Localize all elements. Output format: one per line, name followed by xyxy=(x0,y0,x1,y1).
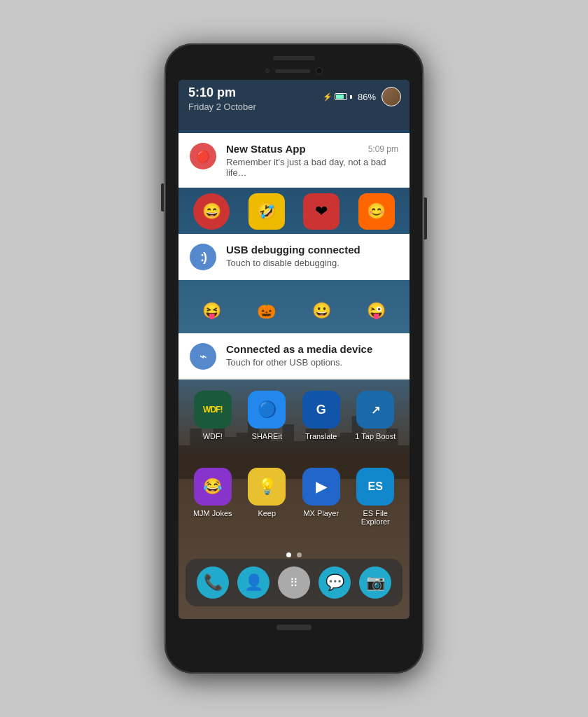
translate-label: Translate xyxy=(305,432,337,440)
app-mjm[interactable]: 😂 MJM Jokes xyxy=(188,468,238,526)
shareit-icon: 🔵 xyxy=(248,391,286,429)
bg-emoji-4: 😜 xyxy=(358,293,395,329)
notif-status-title: New Status App xyxy=(226,143,306,155)
dock-apps[interactable]: ⠿ xyxy=(278,566,310,599)
battery-body xyxy=(335,93,347,100)
notif-usb-icon: :) xyxy=(190,244,216,270)
wdf-label: WDF! xyxy=(203,432,223,440)
sensor xyxy=(316,67,323,74)
app-shareit[interactable]: 🔵 SHAREit xyxy=(241,391,292,440)
phone-icon: 📞 xyxy=(204,573,223,592)
wdf-icon: WDF! xyxy=(194,391,232,429)
notification-media-device[interactable]: ⌁ Connected as a media device Touch for … xyxy=(178,333,410,380)
es-label: ES File Explorer xyxy=(350,509,400,526)
mx-label: MX Player xyxy=(303,509,339,517)
side-button-right[interactable] xyxy=(424,197,427,239)
camera-icon: 📷 xyxy=(366,573,385,592)
app-mx[interactable]: ▶ MX Player xyxy=(296,468,346,526)
app-row-1: WDF! WDF! 🔵 SHAREit G Translate ↗ 1 Tap … xyxy=(178,385,410,446)
tapboost-icon: ↗ xyxy=(356,391,394,429)
bg-icon-1: 😄 xyxy=(193,193,230,230)
notif-media-title: Connected as a media device xyxy=(226,343,372,355)
es-icon: ES xyxy=(356,468,394,506)
earpiece xyxy=(275,69,310,73)
bg-app-icons: 😄 🤣 ❤ 😊 xyxy=(178,183,410,239)
dock: 📞 👤 ⠿ 💬 📷 xyxy=(186,559,402,606)
bg-emoji-1: 😝 xyxy=(193,293,230,329)
battery-percent: 86% xyxy=(358,92,376,102)
phone-screen: 5:10 pm Friday 2 October ⚡ 86% 🔴 xyxy=(178,80,410,619)
notif-status-time: 5:09 pm xyxy=(368,144,398,154)
mjm-icon: 😂 xyxy=(194,468,232,506)
status-bar: 5:10 pm Friday 2 October ⚡ 86% xyxy=(178,80,410,130)
battery-fill xyxy=(336,95,344,99)
phone-camera-row xyxy=(265,67,323,74)
speaker-grille xyxy=(273,56,315,60)
notif-status-header: New Status App 5:09 pm xyxy=(226,143,398,155)
tapboost-label: 1 Tap Boost xyxy=(355,432,396,440)
notif-media-body: Touch for other USB options. xyxy=(226,357,398,368)
lightning-icon: ⚡ xyxy=(323,92,332,102)
avatar xyxy=(382,87,401,106)
app-tapboost[interactable]: ↗ 1 Tap Boost xyxy=(350,391,400,440)
notif-status-body: Remember it's just a bad day, not a bad … xyxy=(226,157,398,178)
keep-icon: 💡 xyxy=(248,468,286,506)
dot-1 xyxy=(286,552,291,557)
apps-grid-icon: ⠿ xyxy=(290,576,299,590)
app-translate[interactable]: G Translate xyxy=(296,391,346,440)
dock-messages[interactable]: 💬 xyxy=(318,566,351,599)
notification-usb-debug[interactable]: :) USB debugging connected Touch to disa… xyxy=(178,234,410,280)
phone-container: 5:10 pm Friday 2 October ⚡ 86% 🔴 xyxy=(164,43,424,674)
shareit-label: SHAREit xyxy=(252,432,282,440)
battery-indicator: ⚡ xyxy=(323,92,352,102)
dock-contacts[interactable]: 👤 xyxy=(237,566,270,599)
bg-emoji-3: 😀 xyxy=(303,293,340,329)
mjm-label: MJM Jokes xyxy=(193,509,232,517)
page-dots xyxy=(286,552,302,557)
dock-camera[interactable]: 📷 xyxy=(359,566,391,599)
app-wdf[interactable]: WDF! WDF! xyxy=(188,391,238,440)
notif-usb-body: Touch to disable debugging. xyxy=(226,258,398,268)
dock-phone[interactable]: 📞 xyxy=(197,566,229,599)
home-button[interactable] xyxy=(276,625,312,630)
app-row-2: 😂 MJM Jokes 💡 Keep ▶ MX Player ES ES Fil… xyxy=(178,462,410,531)
contacts-icon: 👤 xyxy=(244,573,263,592)
battery-tip xyxy=(350,95,352,99)
notif-media-header: Connected as a media device xyxy=(226,343,398,355)
bg-emoji-row: 😝 🎃 😀 😜 xyxy=(178,283,410,339)
notif-status-icon: 🔴 xyxy=(190,143,216,169)
notif-status-content: New Status App 5:09 pm Remember it's jus… xyxy=(226,143,398,178)
notification-status-app[interactable]: 🔴 New Status App 5:09 pm Remember it's j… xyxy=(178,133,410,188)
notif-usb-title: USB debugging connected xyxy=(226,244,360,256)
bg-icon-3: ❤ xyxy=(303,193,340,230)
app-es[interactable]: ES ES File Explorer xyxy=(350,468,400,526)
keep-label: Keep xyxy=(258,509,276,517)
front-camera xyxy=(265,69,270,73)
side-button-left[interactable] xyxy=(161,183,164,211)
notif-media-content: Connected as a media device Touch for ot… xyxy=(226,343,398,368)
bg-icon-4: 😊 xyxy=(358,193,395,230)
notif-usb-content: USB debugging connected Touch to disable… xyxy=(226,244,398,268)
bg-icon-2: 🤣 xyxy=(248,193,285,230)
dot-2 xyxy=(297,552,302,557)
notif-media-icon: ⌁ xyxy=(190,343,216,370)
mx-icon: ▶ xyxy=(302,468,340,506)
bg-emoji-2: 🎃 xyxy=(248,293,285,329)
app-keep[interactable]: 💡 Keep xyxy=(241,468,292,526)
translate-icon: G xyxy=(302,391,340,429)
status-right-area: ⚡ 86% xyxy=(323,87,401,106)
notif-usb-header: USB debugging connected xyxy=(226,244,398,256)
messages-icon: 💬 xyxy=(326,573,344,592)
